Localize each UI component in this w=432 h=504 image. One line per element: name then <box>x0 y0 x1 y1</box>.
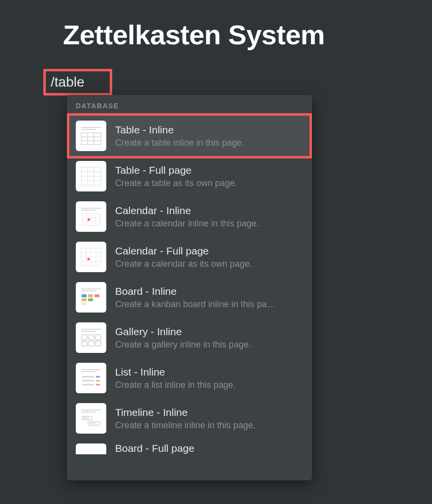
menu-item-title: Calendar - Inline <box>115 205 303 217</box>
table-icon <box>76 121 106 151</box>
timeline-icon <box>76 403 106 434</box>
menu-item-board-full-page[interactable]: Board - Full page <box>67 439 312 454</box>
board-icon <box>76 282 106 313</box>
menu-item-desc: Create a table inline in this page. <box>115 138 303 148</box>
menu-item-desc: Create a table as its own page. <box>115 178 303 189</box>
calendar-icon <box>76 201 106 232</box>
menu-item-title: Board - Full page <box>115 442 303 454</box>
menu-item-desc: Create a kanban board inline in this pa… <box>115 299 303 310</box>
svg-rect-37 <box>82 302 87 305</box>
menu-item-title: Board - Inline <box>115 285 303 297</box>
svg-rect-44 <box>89 341 94 346</box>
menu-item-timeline-inline[interactable]: Timeline - Inline Create a timeline inli… <box>67 398 312 439</box>
svg-rect-0 <box>81 127 101 128</box>
svg-rect-48 <box>82 376 94 378</box>
menu-item-title: Table - Inline <box>115 124 303 136</box>
menu-item-desc: Create a timeline inline in this page. <box>115 420 303 431</box>
svg-rect-31 <box>81 290 96 291</box>
svg-rect-32 <box>82 294 87 297</box>
svg-rect-59 <box>89 423 95 424</box>
menu-item-calendar-full-page[interactable]: Calendar - Full page Create a calendar a… <box>67 237 312 277</box>
svg-rect-30 <box>81 288 101 289</box>
menu-item-table-inline[interactable]: Table - Inline Create a table inline in … <box>67 113 312 158</box>
menu-item-title: Table - Full page <box>115 164 303 176</box>
svg-rect-51 <box>96 380 100 381</box>
menu-item-desc: Create a calendar inline in this page. <box>115 219 303 229</box>
svg-rect-54 <box>81 410 101 410</box>
svg-rect-47 <box>81 371 96 372</box>
svg-rect-2 <box>81 133 101 145</box>
svg-rect-34 <box>88 294 93 297</box>
svg-rect-52 <box>82 384 94 385</box>
menu-item-table-full-page[interactable]: Table - Full page Create a table as its … <box>67 156 312 196</box>
menu-item-title: List - Inline <box>115 366 303 378</box>
svg-rect-49 <box>96 376 100 378</box>
svg-rect-39 <box>81 331 96 332</box>
svg-rect-33 <box>82 298 87 301</box>
menu-item-board-inline[interactable]: Board - Inline Create a kanban board inl… <box>67 277 312 317</box>
svg-point-29 <box>88 258 90 260</box>
menu-item-calendar-inline[interactable]: Calendar - Inline Create a calendar inli… <box>67 196 312 237</box>
list-icon <box>76 363 106 393</box>
svg-rect-43 <box>82 341 87 346</box>
page-title: Zettelkasten System <box>63 19 325 51</box>
menu-item-gallery-inline[interactable]: Gallery - Inline Create a gallery inline… <box>67 317 312 358</box>
svg-rect-46 <box>81 369 101 370</box>
block-insert-menu: DATABASE Table - Inline Create a table i… <box>67 95 312 480</box>
svg-rect-57 <box>83 418 89 419</box>
svg-rect-55 <box>81 411 96 412</box>
board-icon <box>76 443 106 454</box>
slash-command-input[interactable] <box>51 74 105 90</box>
menu-item-title: Calendar - Full page <box>115 245 303 257</box>
svg-rect-36 <box>94 294 99 297</box>
menu-item-list-inline[interactable]: List - Inline Create a list inline in th… <box>67 358 312 398</box>
menu-section-header: DATABASE <box>67 95 312 116</box>
svg-rect-13 <box>81 208 101 209</box>
calendar-icon <box>76 242 106 272</box>
svg-rect-50 <box>82 380 94 381</box>
slash-command-highlight <box>43 69 112 95</box>
menu-item-desc: Create a calendar as its own page. <box>115 259 303 269</box>
table-icon <box>76 161 106 191</box>
menu-item-title: Gallery - Inline <box>115 326 303 338</box>
menu-item-title: Timeline - Inline <box>115 407 303 418</box>
svg-rect-1 <box>81 129 96 130</box>
svg-rect-53 <box>96 384 100 385</box>
menu-item-desc: Create a gallery inline in this page. <box>115 340 303 350</box>
gallery-icon <box>76 322 106 353</box>
svg-point-21 <box>88 219 90 221</box>
svg-rect-41 <box>89 335 94 340</box>
svg-rect-45 <box>95 341 101 346</box>
svg-rect-42 <box>95 335 101 340</box>
svg-rect-38 <box>81 329 101 330</box>
svg-rect-40 <box>82 335 87 340</box>
svg-rect-14 <box>81 210 96 211</box>
svg-rect-35 <box>88 298 93 301</box>
menu-item-desc: Create a list inline in this page. <box>115 380 303 390</box>
